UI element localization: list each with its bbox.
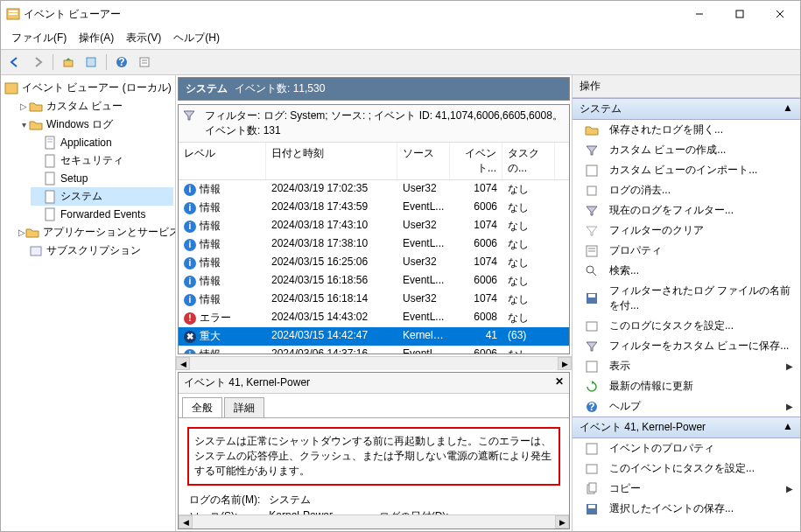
svg-rect-24	[587, 186, 596, 195]
tree-forwarded[interactable]: Forwarded Events	[31, 206, 173, 223]
table-row[interactable]: i情報2024/03/15 16:18:14User321074なし	[179, 290, 569, 309]
svg-rect-22	[31, 247, 41, 256]
action-item[interactable]: ログの消去...	[573, 180, 800, 200]
eventviewer-icon	[4, 81, 18, 95]
help-button[interactable]: ?	[112, 52, 131, 72]
scroll-left-icon[interactable]: ◀	[176, 357, 190, 370]
action-item[interactable]: カスタム ビューの作成...	[573, 140, 800, 160]
table-row[interactable]: i情報2024/03/18 17:38:10EventL...6006なし	[179, 235, 569, 254]
table-row[interactable]: i情報2024/03/18 17:43:59EventL...6006なし	[179, 199, 569, 217]
th-id[interactable]: イベント...	[450, 143, 502, 179]
tree-application[interactable]: Application	[31, 134, 173, 151]
app-icon	[6, 7, 20, 21]
th-level[interactable]: レベル	[179, 143, 266, 179]
window-title: イベント ビューアー	[24, 7, 679, 22]
tree-subscriptions-label: サブスクリプション	[46, 243, 141, 258]
tree-security-label: セキュリティ	[60, 153, 123, 168]
th-date[interactable]: 日付と時刻	[266, 143, 397, 179]
action-label: イベントのプロパティ	[609, 441, 714, 456]
action-item[interactable]: 保存されたログを開く...	[573, 120, 800, 140]
menubar: ファイル(F) 操作(A) 表示(V) ヘルプ(H)	[1, 27, 800, 49]
menu-file[interactable]: ファイル(F)	[6, 29, 72, 47]
action-item[interactable]: 選択したイベントの保存...	[573, 499, 800, 519]
tab-general[interactable]: 全般	[182, 397, 222, 418]
funnel-icon	[585, 144, 599, 158]
info-icon: i	[184, 257, 196, 270]
action-item[interactable]: カスタム ビューのインポート...	[573, 160, 800, 180]
svg-rect-33	[587, 361, 597, 372]
action-item[interactable]: プロパティ	[573, 241, 800, 261]
expand-icon[interactable]: ▷	[18, 228, 25, 237]
th-task[interactable]: タスクの...	[502, 143, 555, 179]
forward-button[interactable]	[28, 52, 47, 72]
svg-rect-18	[46, 155, 54, 167]
tree-security[interactable]: セキュリティ	[31, 151, 173, 170]
tree-root[interactable]: イベント ビューアー (ローカル)	[3, 79, 173, 97]
th-source[interactable]: ソース	[397, 143, 450, 179]
menu-help[interactable]: ヘルプ(H)	[168, 29, 225, 47]
action-label: 最新の情報に更新	[609, 379, 693, 394]
action-item[interactable]: 現在のログをフィルター...	[573, 200, 800, 220]
collapse-icon[interactable]: ▲	[783, 102, 793, 116]
action-item[interactable]: このイベントにタスクを設定...	[573, 458, 800, 479]
maximize-button[interactable]	[720, 1, 760, 27]
action-item[interactable]: ?ヘルプ▶	[573, 396, 800, 416]
tree-subscriptions[interactable]: サブスクリプション	[17, 242, 173, 260]
action-label: このイベントにタスクを設定...	[609, 461, 755, 476]
hscrollbar[interactable]: ◀ ▶	[176, 356, 572, 370]
detail-close-icon[interactable]: ✕	[555, 375, 564, 390]
error-icon: !	[184, 312, 196, 325]
action-item[interactable]: このログにタスクを設定...	[573, 316, 800, 336]
action-item[interactable]: 表示▶	[573, 356, 800, 376]
action-item[interactable]: 最新の情報に更新	[573, 376, 800, 396]
table-row[interactable]: i情報2024/03/06 14:37:16EventL...6006なし	[179, 346, 569, 354]
table-row[interactable]: !エラー2024/03/15 14:43:02EventL...6008なし	[179, 309, 569, 327]
info-icon: i	[184, 184, 196, 196]
table-row[interactable]: i情報2024/03/19 17:02:35User321074なし	[179, 180, 569, 199]
svg-rect-31	[588, 294, 595, 298]
tree-setup[interactable]: Setup	[31, 170, 173, 187]
minimize-button[interactable]	[679, 1, 720, 27]
scroll-right-icon[interactable]: ▶	[555, 515, 569, 528]
table-row[interactable]: ✖重大2024/03/15 14:42:47Kernel-...41(63)	[179, 327, 569, 346]
tab-detail[interactable]: 詳細	[224, 397, 264, 418]
log-icon	[43, 154, 57, 168]
menu-action[interactable]: 操作(A)	[74, 29, 119, 47]
log-icon	[43, 190, 57, 204]
events-header-count: イベント数: 11,530	[235, 81, 325, 96]
actions-section-event[interactable]: イベント 41, Kernel-Power ▲	[573, 416, 800, 438]
action-item[interactable]: コピー▶	[573, 479, 800, 499]
tree-windows-logs[interactable]: ▾ Windows ログ	[17, 116, 173, 134]
window-controls	[679, 1, 800, 27]
tree-app-label: Application	[60, 136, 112, 149]
scroll-right-icon[interactable]: ▶	[558, 357, 572, 370]
up-button[interactable]	[59, 52, 78, 72]
detail-hscrollbar[interactable]: ◀ ▶	[179, 514, 569, 528]
action-item[interactable]: イベントのプロパティ	[573, 438, 800, 458]
scroll-left-icon[interactable]: ◀	[179, 515, 193, 528]
back-button[interactable]	[5, 52, 25, 72]
table-row[interactable]: i情報2024/03/15 16:18:56EventL...6006なし	[179, 272, 569, 290]
actions-section-system[interactable]: システム ▲	[573, 98, 800, 120]
chevron-right-icon: ▶	[786, 402, 793, 411]
refresh-button[interactable]	[81, 52, 101, 72]
close-button[interactable]	[760, 1, 800, 27]
tree-system[interactable]: システム	[31, 187, 173, 206]
action-item[interactable]: フィルターをカスタム ビューに保存...	[573, 336, 800, 356]
table-body: i情報2024/03/19 17:02:35User321074なしi情報202…	[179, 180, 569, 354]
save-icon	[585, 502, 599, 516]
properties-button[interactable]	[135, 52, 154, 72]
collapse-icon[interactable]: ▲	[783, 420, 793, 435]
collapse-icon[interactable]: ▾	[18, 120, 29, 130]
menu-view[interactable]: 表示(V)	[121, 29, 166, 47]
action-label: 検索...	[609, 263, 639, 278]
tree-custom-views[interactable]: ▷ カスタム ビュー	[17, 97, 173, 116]
filter-bar: フィルター: ログ: System; ソース: ; イベント ID: 41,10…	[179, 105, 569, 143]
action-item[interactable]: フィルターのクリア	[573, 220, 800, 241]
expand-icon[interactable]: ▷	[18, 102, 29, 111]
table-row[interactable]: i情報2024/03/18 17:43:10User321074なし	[179, 217, 569, 235]
table-row[interactable]: i情報2024/03/15 16:25:06User321074なし	[179, 254, 569, 272]
tree-services[interactable]: ▷ アプリケーションとサービス ログ	[17, 223, 173, 242]
action-item[interactable]: フィルターされたログ ファイルの名前を付...	[573, 281, 800, 316]
action-item[interactable]: 検索...	[573, 261, 800, 281]
